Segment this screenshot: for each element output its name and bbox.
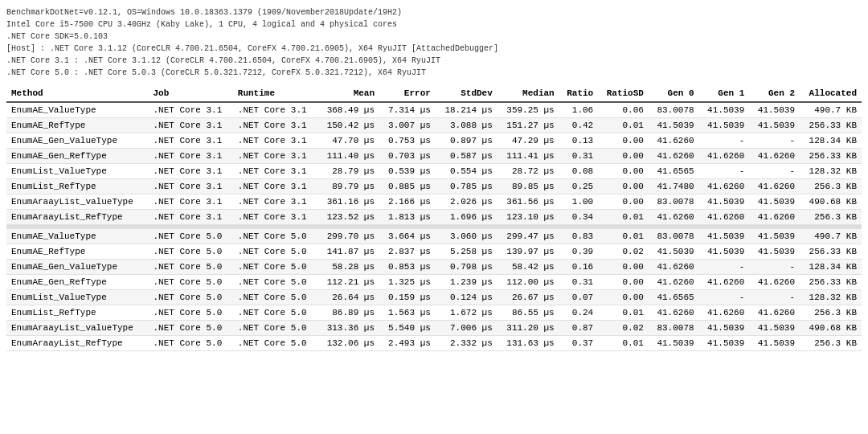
cell-5-1: .NET Core 3.1 [148, 179, 232, 194]
cell-1-12: 256.33 KB [800, 118, 862, 133]
cell-8-1: .NET Core 5.0 [148, 229, 232, 244]
cell-5-0: EnumList_RefType [6, 179, 148, 194]
col-header-method: Method [6, 85, 148, 102]
cell-12-5: 0.124 µs [436, 290, 497, 305]
col-header-job: Job [148, 85, 232, 102]
table-row: EnumList_ValueType.NET Core 5.0.NET Core… [6, 290, 862, 305]
cell-13-6: 86.55 µs [497, 305, 559, 321]
col-header-ratiosd: RatioSD [598, 85, 649, 102]
cell-10-0: EnumAE_Gen_ValueType [6, 260, 148, 275]
table-row: EnumList_ValueType.NET Core 3.1.NET Core… [6, 164, 862, 179]
cell-4-5: 0.554 µs [436, 164, 497, 179]
cell-11-1: .NET Core 5.0 [148, 275, 232, 290]
cell-14-2: .NET Core 5.0 [233, 321, 317, 336]
cell-9-8: 0.02 [598, 244, 649, 260]
table-row: EnumList_RefType.NET Core 3.1.NET Core 3… [6, 179, 862, 194]
cell-9-11: 41.5039 [749, 244, 800, 260]
col-header-gen-2: Gen 2 [749, 85, 800, 102]
cell-6-9: 83.0078 [649, 194, 699, 210]
cell-3-0: EnumAE_Gen_RefType [6, 149, 148, 164]
cell-5-8: 0.00 [598, 179, 649, 194]
table-row: EnumAE_Gen_ValueType.NET Core 3.1.NET Co… [6, 133, 862, 149]
cell-8-2: .NET Core 5.0 [233, 229, 317, 244]
header-line2: Intel Core i5-7500 CPU 3.40GHz (Kaby Lak… [6, 18, 862, 31]
cell-15-8: 0.01 [598, 336, 649, 351]
col-header-stddev: StdDev [436, 85, 497, 102]
cell-13-0: EnumList_RefType [6, 305, 148, 321]
cell-15-12: 256.3 KB [800, 336, 862, 351]
cell-0-12: 490.7 KB [800, 102, 862, 118]
cell-10-12: 128.34 KB [800, 260, 862, 275]
cell-10-4: 0.853 µs [379, 260, 436, 275]
cell-15-6: 131.63 µs [497, 336, 559, 351]
cell-11-8: 0.00 [598, 275, 649, 290]
cell-6-5: 2.026 µs [436, 194, 497, 210]
cell-10-2: .NET Core 5.0 [233, 260, 317, 275]
cell-12-11: - [749, 290, 800, 305]
cell-2-10: - [699, 133, 750, 149]
cell-1-3: 150.42 µs [317, 118, 379, 133]
header-line5: .NET Core 3.1 : .NET Core 3.1.12 (CoreCL… [6, 55, 862, 67]
cell-15-0: EnumAraayList_RefType [6, 336, 148, 351]
cell-7-1: .NET Core 3.1 [148, 210, 232, 225]
header-line3: .NET Core SDK=5.0.103 [6, 31, 862, 43]
cell-8-0: EnumAE_ValueType [6, 229, 148, 244]
cell-9-12: 256.33 KB [800, 244, 862, 260]
cell-11-6: 112.00 µs [497, 275, 559, 290]
cell-3-6: 111.41 µs [497, 149, 559, 164]
cell-2-9: 41.6260 [649, 133, 699, 149]
cell-9-5: 5.258 µs [436, 244, 497, 260]
cell-13-2: .NET Core 5.0 [233, 305, 317, 321]
cell-11-4: 1.325 µs [379, 275, 436, 290]
cell-13-10: 41.6260 [699, 305, 750, 321]
cell-2-6: 47.29 µs [497, 133, 559, 149]
cell-12-7: 0.07 [559, 290, 598, 305]
cell-3-9: 41.6260 [649, 149, 699, 164]
cell-0-3: 368.49 µs [317, 102, 379, 118]
cell-1-7: 0.42 [559, 118, 598, 133]
table-row: EnumAraayList_valueType.NET Core 5.0.NET… [6, 321, 862, 336]
cell-12-8: 0.00 [598, 290, 649, 305]
cell-1-5: 3.088 µs [436, 118, 497, 133]
cell-15-10: 41.5039 [699, 336, 750, 351]
cell-9-3: 141.87 µs [317, 244, 379, 260]
cell-2-5: 0.897 µs [436, 133, 497, 149]
cell-10-9: 41.6260 [649, 260, 699, 275]
cell-6-0: EnumAraayList_valueType [6, 194, 148, 210]
cell-2-12: 128.34 KB [800, 133, 862, 149]
cell-8-11: 41.5039 [749, 229, 800, 244]
header-line4: [Host] : .NET Core 3.1.12 (CoreCLR 4.700… [6, 43, 862, 55]
cell-13-5: 1.672 µs [436, 305, 497, 321]
cell-6-6: 361.56 µs [497, 194, 559, 210]
cell-1-9: 41.5039 [649, 118, 699, 133]
cell-0-8: 0.06 [598, 102, 649, 118]
cell-3-5: 0.587 µs [436, 149, 497, 164]
cell-15-11: 41.5039 [749, 336, 800, 351]
col-header-median: Median [497, 85, 559, 102]
cell-2-7: 0.13 [559, 133, 598, 149]
cell-6-4: 2.166 µs [379, 194, 436, 210]
cell-10-11: - [749, 260, 800, 275]
table-row: EnumAE_ValueType.NET Core 5.0.NET Core 5… [6, 229, 862, 244]
cell-0-11: 41.5039 [749, 102, 800, 118]
cell-14-12: 490.68 KB [800, 321, 862, 336]
cell-13-8: 0.01 [598, 305, 649, 321]
cell-5-5: 0.785 µs [436, 179, 497, 194]
cell-4-11: - [749, 164, 800, 179]
cell-9-1: .NET Core 5.0 [148, 244, 232, 260]
cell-3-10: 41.6260 [699, 149, 750, 164]
cell-8-9: 83.0078 [649, 229, 699, 244]
cell-9-6: 139.97 µs [497, 244, 559, 260]
cell-7-7: 0.34 [559, 210, 598, 225]
table-header-row: MethodJobRuntimeMeanErrorStdDevMedianRat… [6, 85, 862, 102]
cell-1-0: EnumAE_RefType [6, 118, 148, 133]
cell-1-2: .NET Core 3.1 [233, 118, 317, 133]
cell-0-4: 7.314 µs [379, 102, 436, 118]
cell-10-3: 58.28 µs [317, 260, 379, 275]
cell-10-7: 0.16 [559, 260, 598, 275]
cell-13-11: 41.6260 [749, 305, 800, 321]
table-row: EnumAE_RefType.NET Core 3.1.NET Core 3.1… [6, 118, 862, 133]
col-header-allocated: Allocated [800, 85, 862, 102]
cell-4-0: EnumList_ValueType [6, 164, 148, 179]
cell-5-9: 41.7480 [649, 179, 699, 194]
